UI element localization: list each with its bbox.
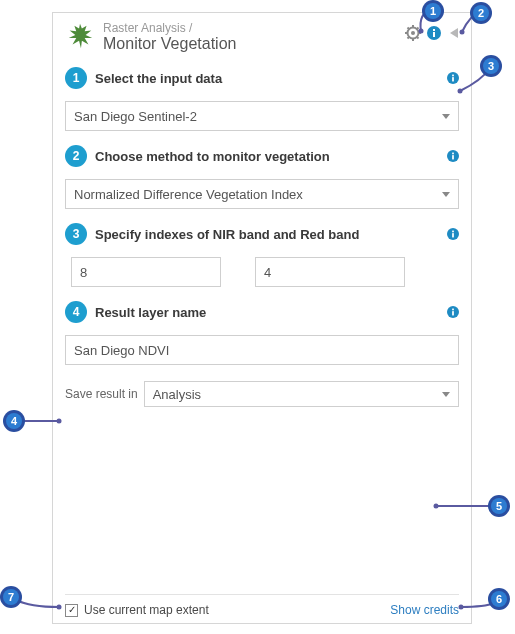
use-extent-checkbox[interactable]: ✓ bbox=[65, 604, 78, 617]
step-badge-2: 2 bbox=[65, 145, 87, 167]
step-badge-3: 3 bbox=[65, 223, 87, 245]
svg-point-38 bbox=[480, 55, 502, 77]
method-select[interactable]: Normalized Difference Vegetation Index bbox=[65, 179, 459, 209]
info-icon[interactable] bbox=[447, 72, 459, 84]
step-badge-1: 1 bbox=[65, 67, 87, 89]
show-credits-link[interactable]: Show credits bbox=[390, 603, 459, 617]
svg-line-7 bbox=[417, 37, 419, 39]
chevron-down-icon bbox=[442, 114, 450, 119]
svg-line-6 bbox=[408, 28, 410, 30]
step-1: 1 Select the input data San Diego Sentin… bbox=[65, 67, 459, 131]
svg-point-47 bbox=[488, 588, 510, 610]
svg-rect-23 bbox=[452, 311, 454, 315]
svg-point-35 bbox=[470, 2, 492, 24]
svg-rect-12 bbox=[433, 29, 435, 31]
svg-text:2: 2 bbox=[478, 7, 484, 19]
callout-2: 2 bbox=[470, 2, 492, 24]
callout-3: 3 bbox=[480, 55, 502, 77]
leaf-icon bbox=[65, 21, 95, 51]
select-value: San Diego Sentinel-2 bbox=[74, 109, 197, 124]
svg-line-9 bbox=[417, 28, 419, 30]
svg-point-42 bbox=[6, 413, 22, 429]
title-block: Raster Analysis / Monitor Vegetation bbox=[103, 21, 236, 53]
callout-5: 5 bbox=[488, 495, 510, 517]
input-data-select[interactable]: San Diego Sentinel-2 bbox=[65, 101, 459, 131]
svg-rect-24 bbox=[452, 309, 454, 311]
step-badge-4: 4 bbox=[65, 301, 87, 323]
select-value: Analysis bbox=[153, 387, 201, 402]
step-2-label: Choose method to monitor vegetation bbox=[95, 149, 330, 164]
svg-text:6: 6 bbox=[496, 593, 502, 605]
svg-text:7: 7 bbox=[8, 591, 14, 603]
callout-7: 7 bbox=[0, 586, 22, 608]
use-extent-label: Use current map extent bbox=[84, 603, 209, 617]
save-result-label: Save result in bbox=[65, 387, 138, 401]
svg-point-51 bbox=[3, 589, 19, 605]
panel-footer: ✓ Use current map extent Show credits bbox=[65, 594, 459, 617]
svg-rect-14 bbox=[452, 77, 454, 81]
svg-point-45 bbox=[491, 498, 507, 514]
nir-value: 8 bbox=[80, 265, 87, 280]
step-3: 3 Specify indexes of NIR band and Red ba… bbox=[65, 223, 459, 287]
chevron-down-icon bbox=[442, 392, 450, 397]
info-icon[interactable] bbox=[447, 150, 459, 162]
callout-6: 6 bbox=[488, 588, 510, 610]
svg-rect-11 bbox=[433, 32, 435, 37]
svg-point-39 bbox=[483, 58, 499, 74]
svg-rect-20 bbox=[452, 233, 454, 237]
step-2: 2 Choose method to monitor vegetation No… bbox=[65, 145, 459, 209]
step-3-label: Specify indexes of NIR band and Red band bbox=[95, 227, 359, 242]
svg-rect-21 bbox=[452, 231, 454, 233]
svg-rect-17 bbox=[452, 155, 454, 159]
result-layer-value: San Diego NDVI bbox=[74, 343, 169, 358]
panel-header: Raster Analysis / Monitor Vegetation bbox=[65, 21, 459, 53]
select-value: Normalized Difference Vegetation Index bbox=[74, 187, 303, 202]
info-icon[interactable] bbox=[447, 228, 459, 240]
svg-rect-18 bbox=[452, 153, 454, 155]
chevron-down-icon bbox=[442, 192, 450, 197]
svg-point-1 bbox=[411, 31, 415, 35]
result-layer-name-input[interactable]: San Diego NDVI bbox=[65, 335, 459, 365]
nir-band-input[interactable]: 8 bbox=[71, 257, 221, 287]
breadcrumb: Raster Analysis / bbox=[103, 21, 236, 35]
svg-line-8 bbox=[408, 37, 410, 39]
svg-text:5: 5 bbox=[496, 500, 502, 512]
step-4-label: Result layer name bbox=[95, 305, 206, 320]
step-1-label: Select the input data bbox=[95, 71, 222, 86]
red-band-input[interactable]: 4 bbox=[255, 257, 405, 287]
svg-rect-15 bbox=[452, 75, 454, 77]
svg-point-50 bbox=[0, 586, 22, 608]
red-value: 4 bbox=[264, 265, 271, 280]
step-4: 4 Result layer name San Diego NDVI Save … bbox=[65, 301, 459, 407]
svg-text:4: 4 bbox=[11, 415, 18, 427]
callout-4: 4 bbox=[3, 410, 25, 432]
svg-text:3: 3 bbox=[488, 60, 494, 72]
info-icon[interactable] bbox=[427, 26, 441, 40]
page-title: Monitor Vegetation bbox=[103, 35, 236, 53]
settings-button[interactable] bbox=[405, 25, 421, 41]
save-location-select[interactable]: Analysis bbox=[144, 381, 459, 407]
svg-point-36 bbox=[473, 5, 489, 21]
collapse-icon[interactable] bbox=[447, 26, 459, 40]
svg-point-48 bbox=[491, 591, 507, 607]
analysis-panel: Raster Analysis / Monitor Vegetation bbox=[52, 12, 472, 624]
svg-point-44 bbox=[488, 495, 510, 517]
info-icon[interactable] bbox=[447, 306, 459, 318]
svg-point-41 bbox=[3, 410, 25, 432]
